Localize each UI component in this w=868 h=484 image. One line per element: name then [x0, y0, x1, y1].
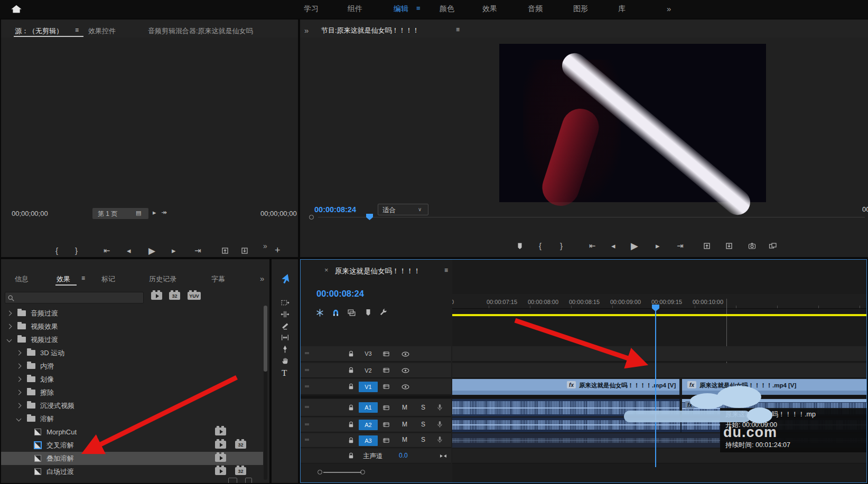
tab-timeline-sequence[interactable]: 原来这就是仙女吗！！！！ — [335, 267, 421, 276]
effects-scrollbar-thumb[interactable] — [264, 306, 267, 372]
razor-tool-icon[interactable] — [281, 321, 290, 330]
track-target-a2[interactable]: A2 — [359, 420, 378, 430]
delete-icon[interactable] — [245, 478, 252, 483]
timeline-zoom-track[interactable] — [323, 472, 361, 473]
track-source-icon[interactable] — [382, 350, 390, 358]
program-step-back-icon[interactable]: ◂ — [611, 241, 615, 251]
track-target-v2[interactable]: V2 — [359, 365, 378, 376]
snap-magnet-icon[interactable] — [331, 308, 340, 317]
scrubber-track[interactable] — [318, 217, 865, 217]
program-mark-out-icon[interactable]: } — [560, 241, 563, 250]
selection-tool-icon[interactable] — [279, 273, 290, 284]
chevron-right-icon[interactable] — [16, 377, 22, 382]
solo-button[interactable]: S — [421, 421, 425, 428]
lock-icon[interactable] — [347, 436, 355, 444]
source-patch-indicator[interactable] — [305, 406, 309, 408]
track-header-v1[interactable]: V1 — [301, 379, 451, 395]
track-source-icon[interactable] — [382, 404, 390, 412]
tree-folder-immersive-video[interactable]: 沉浸式视频 — [1, 399, 263, 412]
toggle-track-output-eye-icon[interactable] — [401, 367, 410, 374]
track-target-a3[interactable]: A3 — [359, 435, 378, 446]
menu-item-libraries[interactable]: 库 — [618, 4, 626, 14]
source-patch-indicator[interactable] — [305, 352, 309, 354]
timeline-add-marker-icon[interactable] — [364, 308, 372, 317]
track-source-icon[interactable] — [382, 383, 390, 391]
lock-icon[interactable] — [347, 404, 355, 412]
tree-effect-cross-dissolve[interactable]: 交叉溶解 32 — [1, 439, 263, 452]
solo-button[interactable]: S — [421, 436, 425, 443]
track-header-v2[interactable]: V2 — [301, 363, 451, 378]
program-group-overflow-icon[interactable]: » — [304, 26, 308, 35]
menu-item-learn[interactable]: 学习 — [304, 4, 319, 14]
solo-button[interactable]: S — [421, 404, 425, 411]
chevron-down-icon[interactable] — [16, 416, 22, 422]
program-go-to-in-icon[interactable]: ⇤ — [589, 241, 596, 251]
timeline-ruler[interactable]: 00 00:00:07:15 00:00:08:00 00:00:08:15 0… — [452, 294, 866, 309]
tab-audio-clip-mixer[interactable]: 音频剪辑混合器:原来这就是仙女吗 — [148, 26, 286, 36]
accelerated-effects-filter-icon[interactable] — [151, 292, 162, 300]
menubar-overflow-icon[interactable]: » — [667, 4, 670, 13]
comparison-view-icon[interactable] — [768, 242, 777, 250]
lock-icon[interactable] — [347, 383, 355, 391]
menu-item-effects[interactable]: 效果 — [482, 4, 497, 14]
chevron-right-icon[interactable] — [16, 403, 22, 409]
source-page-selector[interactable]: 第 1 页 ▤ — [92, 208, 148, 219]
chevron-right-icon[interactable] — [16, 350, 22, 356]
program-go-to-out-icon[interactable]: ⇥ — [677, 241, 684, 251]
track-select-forward-tool-icon[interactable] — [281, 298, 290, 307]
lock-icon[interactable] — [347, 421, 355, 429]
page-play-icon[interactable]: ▸ — [153, 208, 156, 216]
yuv-filter-icon[interactable]: YUV — [188, 292, 201, 300]
home-icon[interactable] — [11, 4, 22, 14]
effects-tabs-overflow-icon[interactable]: » — [260, 274, 264, 283]
tree-effect-morphcut[interactable]: MorphCut — [1, 425, 263, 439]
video-clip-1[interactable]: fx 原来这就是仙女吗！！！！.mp4 [V] — [452, 379, 680, 395]
tree-folder-erase[interactable]: 擦除 — [1, 386, 263, 399]
tree-folder-video-effects[interactable]: 视频效果 — [1, 320, 263, 333]
menu-item-edit[interactable]: 编辑 — [394, 4, 408, 14]
source-patch-indicator[interactable] — [305, 423, 309, 425]
effects-panel-menu-icon[interactable]: ≡ — [81, 274, 85, 282]
track-target-v3[interactable]: V3 — [359, 348, 378, 359]
type-tool-icon[interactable]: T — [282, 368, 287, 378]
program-play-icon[interactable]: ▶ — [631, 240, 638, 252]
overwrite-icon[interactable] — [240, 246, 249, 255]
source-timecode-current[interactable]: 00;00;00;00 — [12, 210, 48, 217]
chevron-right-icon[interactable] — [7, 324, 12, 329]
track-header-v3[interactable]: V3 — [301, 346, 451, 362]
track-header-a3[interactable]: A3 M S — [301, 433, 451, 448]
tree-folder-dissolve[interactable]: 溶解 — [1, 412, 263, 425]
tree-folder-audio-transitions[interactable]: 音频过渡 — [1, 307, 263, 320]
tab-source-monitor[interactable]: 源：（无剪辑） — [15, 26, 63, 36]
step-forward-icon[interactable]: ▸ — [172, 246, 176, 255]
program-playhead-marker[interactable] — [366, 214, 373, 220]
tab-effects[interactable]: 效果 — [57, 274, 70, 284]
program-step-forward-icon[interactable]: ▸ — [656, 241, 660, 251]
menu-item-audio[interactable]: 音频 — [528, 4, 543, 14]
tree-folder-video-transitions[interactable]: 视频过渡 — [1, 333, 263, 346]
lock-icon[interactable] — [347, 366, 355, 374]
nest-sequence-icon[interactable] — [315, 308, 324, 317]
program-timecode[interactable]: 00:00:08:24 — [314, 205, 356, 214]
voiceover-mic-icon[interactable] — [436, 403, 444, 412]
lift-icon[interactable] — [703, 242, 711, 250]
timeline-panel-menu-icon[interactable]: ≡ — [444, 267, 448, 274]
track-target-a1[interactable]: A1 — [359, 402, 378, 413]
track-header-a1[interactable]: A1 M S — [301, 399, 451, 416]
voiceover-mic-icon[interactable] — [436, 435, 444, 444]
chevron-right-icon[interactable] — [16, 364, 22, 369]
new-bin-icon[interactable] — [228, 478, 237, 483]
pan-icon[interactable] — [439, 452, 447, 460]
tab-info[interactable]: 信息 — [15, 274, 29, 284]
program-zoom-select[interactable]: 适合 ∨ — [378, 204, 428, 215]
slip-tool-icon[interactable] — [281, 333, 290, 342]
tab-program-monitor[interactable]: 节目:原来这就是仙女吗！！！！ — [321, 26, 419, 35]
voiceover-mic-icon[interactable] — [436, 420, 444, 429]
go-to-in-icon[interactable]: ⇤ — [104, 246, 110, 255]
extract-icon[interactable] — [725, 242, 733, 250]
mark-in-icon[interactable]: { — [55, 246, 58, 255]
export-frame-icon[interactable] — [748, 242, 757, 250]
source-patch-indicator[interactable] — [305, 385, 309, 387]
toggle-track-output-eye-icon[interactable] — [401, 383, 410, 391]
playhead-line[interactable] — [655, 310, 656, 467]
